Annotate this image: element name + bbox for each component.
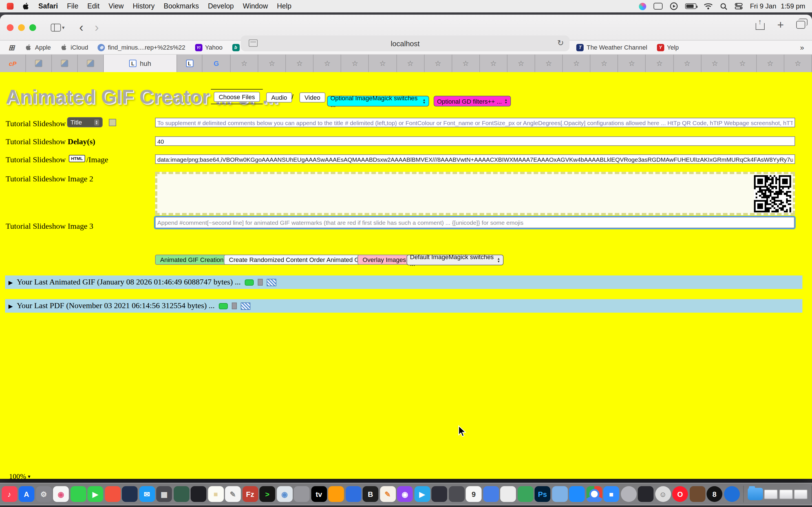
tab-empty-11[interactable]: ☆ bbox=[535, 55, 563, 72]
bookmark-the-weather-channel[interactable]: TThe Weather Channel bbox=[576, 44, 647, 51]
menu-window[interactable]: Window bbox=[243, 2, 268, 10]
dock-filezilla-icon[interactable]: Fz bbox=[242, 486, 258, 502]
dock-messenger-icon[interactable] bbox=[569, 486, 585, 502]
dock-white-app-icon[interactable] bbox=[500, 486, 516, 502]
title-select[interactable]: Title▲▼ bbox=[67, 117, 103, 127]
tab-empty-19[interactable]: ☆ bbox=[757, 55, 784, 72]
tab-empty-8[interactable]: ☆ bbox=[452, 55, 480, 72]
bookmarks-overflow-chevron[interactable]: » bbox=[800, 43, 804, 52]
dock-gray-app-icon[interactable] bbox=[294, 486, 310, 502]
bookmark-apple[interactable]: Apple bbox=[25, 44, 51, 51]
tab-empty-15[interactable]: ☆ bbox=[646, 55, 673, 72]
default-switches-select[interactable]: Default ImageMagick switches ...▲▼ bbox=[407, 255, 504, 265]
tab-empty-7[interactable]: ☆ bbox=[424, 55, 452, 72]
html-button[interactable]: HTML bbox=[69, 155, 85, 162]
dock-photoshop-icon[interactable]: Ps bbox=[535, 486, 550, 502]
bookmark-yahoo[interactable]: Y!Yahoo bbox=[195, 44, 222, 51]
dock-blue-app-2-icon[interactable] bbox=[483, 486, 499, 502]
dock-preview-icon[interactable]: ◉ bbox=[276, 486, 292, 502]
minimized-window-thumb[interactable] bbox=[779, 489, 793, 499]
tab-empty-9[interactable]: ☆ bbox=[480, 55, 507, 72]
tab-empty-16[interactable]: ☆ bbox=[673, 55, 701, 72]
tab-empty-0[interactable]: ☆ bbox=[231, 55, 258, 72]
apple-menu[interactable] bbox=[22, 2, 29, 10]
bookmark-find-minus-rep-22s-22[interactable]: ⊕find_minus....rep+%22s%22 bbox=[98, 44, 186, 51]
menu-bookmarks[interactable]: Bookmarks bbox=[163, 2, 199, 10]
dock-mail-icon[interactable]: ✉ bbox=[139, 486, 155, 502]
dock-downloads-folder-icon[interactable] bbox=[748, 488, 763, 500]
animated-gif-creation-button[interactable]: Animated GIF Creation bbox=[155, 255, 229, 265]
menu-history[interactable]: History bbox=[133, 2, 155, 10]
wifi-icon[interactable] bbox=[704, 3, 713, 10]
dock-books-icon[interactable] bbox=[328, 486, 344, 502]
dock-dark-app-2-icon[interactable] bbox=[432, 486, 447, 502]
battery-icon[interactable] bbox=[685, 3, 696, 9]
bookmark-grid[interactable]: ⊞ bbox=[8, 44, 15, 51]
tab-L[interactable]: L bbox=[177, 55, 202, 72]
share-icon[interactable] bbox=[756, 20, 765, 30]
zoom-indicator[interactable]: 100%▾ bbox=[9, 472, 31, 479]
tab-empty-3[interactable]: ☆ bbox=[314, 55, 342, 72]
tab-empty-2[interactable]: ☆ bbox=[286, 55, 313, 72]
bookmark-icloud[interactable]: iCloud bbox=[60, 44, 88, 51]
dock-navy-app-icon[interactable] bbox=[122, 486, 138, 502]
tab-cp-0[interactable]: cP bbox=[0, 55, 26, 72]
input-source-icon[interactable] bbox=[654, 3, 663, 10]
dock-launchpad-icon[interactable]: ▦ bbox=[156, 486, 172, 502]
tab-empty-10[interactable]: ☆ bbox=[507, 55, 535, 72]
menu-app-name[interactable]: Safari bbox=[38, 2, 58, 10]
menu-file[interactable]: File bbox=[67, 2, 79, 10]
menu-help[interactable]: Help bbox=[277, 2, 291, 10]
gd-filters-select[interactable]: Optional GD filters++ ...▲▼ bbox=[434, 96, 511, 107]
dock-telegram-icon[interactable]: ▶ bbox=[414, 486, 430, 502]
dock-messages-icon[interactable] bbox=[70, 486, 86, 502]
tab-empty-14[interactable]: ☆ bbox=[618, 55, 646, 72]
menubar-clock[interactable]: Fri 9 Jan1:59 pm bbox=[750, 2, 805, 10]
image2-drop-area[interactable] bbox=[155, 172, 795, 215]
dock-textedit-icon[interactable]: ✎ bbox=[225, 486, 241, 502]
dock-notes-icon[interactable]: ≡ bbox=[208, 486, 223, 502]
siri-icon[interactable] bbox=[639, 3, 646, 10]
menu-develop[interactable]: Develop bbox=[208, 2, 234, 10]
tab-empty-17[interactable]: ☆ bbox=[701, 55, 729, 72]
dock-terminal-icon[interactable]: > bbox=[259, 486, 275, 502]
data-uri-input[interactable] bbox=[155, 154, 795, 164]
spotlight-icon[interactable] bbox=[720, 3, 727, 10]
disclosure-triangle-icon[interactable]: ▶ bbox=[8, 303, 13, 309]
dock-calculator-icon[interactable] bbox=[449, 486, 464, 502]
dock-reminders-icon[interactable] bbox=[105, 486, 120, 502]
forward-button[interactable]: › bbox=[95, 20, 99, 35]
title-color-well[interactable] bbox=[109, 119, 116, 126]
last-animated-gif-bar[interactable]: ▶ Your Last Animated GIF (January 08 202… bbox=[5, 276, 802, 289]
close-button[interactable] bbox=[7, 24, 13, 31]
randomized-gif-button[interactable]: Create Randomized Content Order Animated… bbox=[224, 255, 370, 265]
dock-blue-app-icon[interactable] bbox=[345, 486, 361, 502]
tab-wizard-2[interactable] bbox=[52, 55, 78, 72]
tab-empty-4[interactable]: ☆ bbox=[342, 55, 369, 72]
overlay-images-button[interactable]: Overlay Images bbox=[357, 255, 411, 265]
last-pdf-bar[interactable]: ▶ Your Last PDF (November 03 2021 06:14:… bbox=[5, 299, 802, 313]
dock-pages-icon[interactable]: ✎ bbox=[380, 486, 396, 502]
document-icon[interactable] bbox=[232, 302, 237, 309]
tab-empty-13[interactable]: ☆ bbox=[591, 55, 618, 72]
control-center-icon[interactable] bbox=[735, 3, 743, 10]
minimized-window-thumb[interactable] bbox=[794, 489, 808, 499]
tab-overview-icon[interactable] bbox=[796, 21, 805, 29]
video-button[interactable]: Video bbox=[299, 93, 325, 103]
dock-system-settings-icon[interactable]: ⚙ bbox=[36, 486, 52, 502]
dock-bear-icon[interactable]: B bbox=[363, 486, 378, 502]
sidebar-icon[interactable]: ▾ bbox=[51, 23, 64, 31]
back-button[interactable]: ‹ bbox=[79, 20, 84, 35]
tab-active-huh[interactable]: Lhuh bbox=[104, 55, 177, 72]
dock-photos-icon[interactable]: ◉ bbox=[53, 486, 69, 502]
disclosure-triangle-icon[interactable]: ▶ bbox=[8, 279, 13, 285]
dock-music-icon[interactable]: ♪ bbox=[1, 486, 17, 502]
gif-preview-icon[interactable] bbox=[245, 279, 254, 285]
tab-G[interactable]: G bbox=[202, 55, 231, 72]
playback-icon[interactable] bbox=[670, 2, 678, 10]
dock-assistant-icon[interactable]: ☺ bbox=[655, 486, 671, 502]
dock-green-app-icon[interactable] bbox=[517, 486, 533, 502]
dock-podcasts-icon[interactable]: ◉ bbox=[397, 486, 413, 502]
dock-dark-app-3-icon[interactable] bbox=[638, 486, 654, 502]
new-tab-button[interactable]: + bbox=[777, 19, 784, 31]
